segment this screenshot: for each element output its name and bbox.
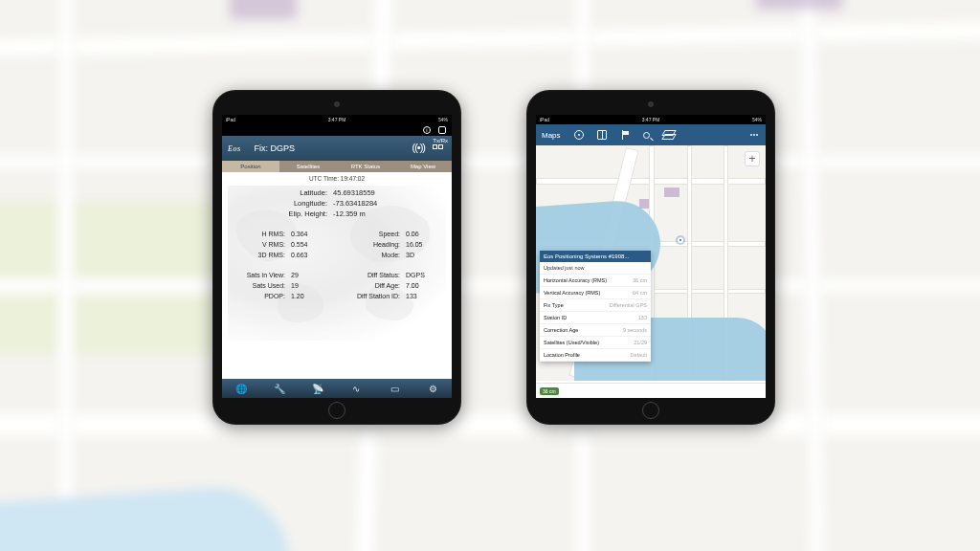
diffage-label: Diff Age:: [345, 280, 400, 291]
eos-bottom-bar: 🌐 🔧 📡 ∿ ▭ ⚙: [222, 379, 452, 398]
position-pane: UTC Time: 19:47:02 Latitude:45.69318559 …: [222, 172, 452, 346]
nav-globe-icon[interactable]: 🌐: [222, 379, 260, 398]
background-map: +: [0, 0, 980, 551]
tablet-camera: [648, 101, 654, 107]
lat-label: Latitude:: [274, 187, 327, 198]
nav-settings-icon[interactable]: ⚙: [413, 379, 452, 398]
tab-map-view[interactable]: Map View: [394, 161, 452, 172]
satsview-label: Sats in View:: [239, 270, 285, 280]
diffstat-value: DGPS: [406, 270, 434, 280]
utc-time: UTC Time: 19:47:02: [222, 175, 452, 182]
locprof-value: Default: [631, 352, 647, 358]
speed-value: 0.06: [406, 229, 434, 239]
signal-icon: ((•)): [412, 142, 425, 153]
3drms-value: 0.663: [291, 250, 320, 260]
status-battery: 54%: [752, 117, 762, 122]
tab-satellites[interactable]: Satellites: [279, 161, 337, 172]
layers-icon[interactable]: [663, 130, 673, 140]
ha-label: Horizontal Accuracy (RMS): [544, 277, 607, 283]
stationid-value: 133: [638, 315, 647, 320]
stationid-label: Station ID: [544, 315, 567, 320]
back-maps-button[interactable]: Maps: [542, 131, 561, 140]
ios-status-bar: iPad 3:47 PM 54%: [536, 115, 766, 124]
diffstn-value: 133: [406, 291, 434, 301]
hrms-label: H RMS:: [239, 229, 285, 239]
pdop-label: PDOP:: [239, 291, 285, 301]
satsused-label: Sats Used:: [239, 280, 285, 291]
nav-satellite-icon[interactable]: 📡: [299, 379, 337, 398]
sats-label: Satellites (Used/Visible): [544, 340, 599, 345]
nav-wrench-icon[interactable]: 🔧: [260, 379, 299, 398]
nav-map-icon[interactable]: ▭: [375, 379, 413, 398]
collector-bottom-bar: 36 cm: [536, 383, 766, 398]
status-battery: 54%: [438, 117, 448, 122]
home-button[interactable]: [328, 402, 345, 419]
zoom-in-button[interactable]: +: [745, 151, 760, 166]
vrms-value: 0.554: [291, 239, 320, 250]
home-button[interactable]: [642, 402, 659, 419]
corrage-label: Correction Age: [544, 327, 578, 333]
position-grid: Latitude:45.69318559 Longitude:-73.63418…: [234, 187, 440, 339]
lon-label: Longitude:: [274, 198, 327, 209]
diffstat-label: Diff Status:: [345, 270, 400, 280]
pdop-value: 1.20: [291, 291, 320, 301]
eos-screen: iPad 3:47 PM 54% i Eos Fix: DGPS ((•)) T…: [222, 115, 452, 398]
fix-status: Fix: DGPS: [255, 143, 296, 153]
tab-rtk-status[interactable]: RTK Status: [337, 161, 394, 172]
va-value: 64 cm: [633, 290, 647, 296]
txrx-label: Tx/Rx: [433, 138, 448, 149]
collector-toolbar: Maps: [536, 124, 766, 145]
va-label: Vertical Accuracy (RMS): [544, 290, 600, 296]
hgt-label: Elip. Height:: [274, 209, 327, 219]
collect-icon[interactable]: [620, 130, 630, 140]
satsused-value: 19: [291, 280, 320, 291]
heading-label: Heading:: [345, 239, 400, 250]
tab-position[interactable]: Position: [222, 161, 279, 172]
eos-header: Eos Fix: DGPS ((•)) Tx/Rx: [222, 136, 452, 161]
status-carrier: iPad: [540, 117, 549, 122]
mode-value: 3D: [406, 250, 434, 260]
map-view[interactable]: + Eos Positioning Systems #1908... Updat…: [536, 145, 766, 381]
lon-value: -73.63418284: [333, 198, 400, 209]
mode-label: Mode:: [345, 250, 400, 260]
eos-subtabs: Position Satellites RTK Status Map View: [222, 161, 452, 172]
status-time: 3:47 PM: [642, 117, 660, 122]
satsview-value: 29: [291, 270, 320, 280]
status-time: 3:47 PM: [328, 117, 346, 122]
eos-toolbar: i: [222, 124, 452, 136]
diffstn-label: Diff Station ID:: [345, 291, 400, 301]
speed-label: Speed:: [345, 229, 400, 239]
menu-icon[interactable]: [750, 130, 760, 140]
tablet-collector: iPad 3:47 PM 54% Maps + Eos Position: [526, 90, 775, 425]
collector-screen: iPad 3:47 PM 54% Maps + Eos Position: [536, 115, 766, 398]
fixtype-label: Fix Type: [544, 302, 564, 308]
nav-signal-icon[interactable]: ∿: [337, 379, 375, 398]
panel-updated: Updated just now: [544, 265, 585, 271]
diffage-value: 7.00: [406, 280, 434, 291]
ios-status-bar: iPad 3:47 PM 54%: [222, 115, 452, 124]
ha-value: 36 cm: [633, 277, 647, 283]
hrms-value: 0.364: [291, 229, 320, 239]
heading-value: 16.05: [406, 239, 434, 250]
fixtype-value: Differential GPS: [610, 302, 647, 308]
panel-title: Eos Positioning Systems #1908...: [540, 251, 651, 262]
corrage-value: 9 seconds: [623, 327, 647, 333]
bookmarks-icon[interactable]: [597, 130, 607, 140]
gps-info-panel: Eos Positioning Systems #1908... Updated…: [540, 251, 651, 362]
status-carrier: iPad: [226, 117, 235, 122]
3drms-label: 3D RMS:: [239, 250, 285, 260]
locprof-label: Location Profile: [544, 352, 580, 358]
gps-location-dot: [678, 237, 683, 243]
accuracy-badge[interactable]: 36 cm: [540, 387, 559, 395]
tablet-camera: [334, 101, 340, 107]
search-icon[interactable]: [643, 132, 650, 139]
tablet-eos: iPad 3:47 PM 54% i Eos Fix: DGPS ((•)) T…: [212, 90, 461, 425]
hgt-value: -12.359 m: [333, 209, 400, 219]
sats-value: 21/29: [634, 340, 647, 345]
vrms-label: V RMS:: [239, 239, 285, 250]
lat-value: 45.69318559: [333, 187, 400, 198]
eos-logo: Eos: [228, 144, 241, 153]
expand-icon[interactable]: [438, 126, 446, 134]
locate-icon[interactable]: [574, 130, 584, 140]
info-icon[interactable]: i: [423, 126, 431, 134]
